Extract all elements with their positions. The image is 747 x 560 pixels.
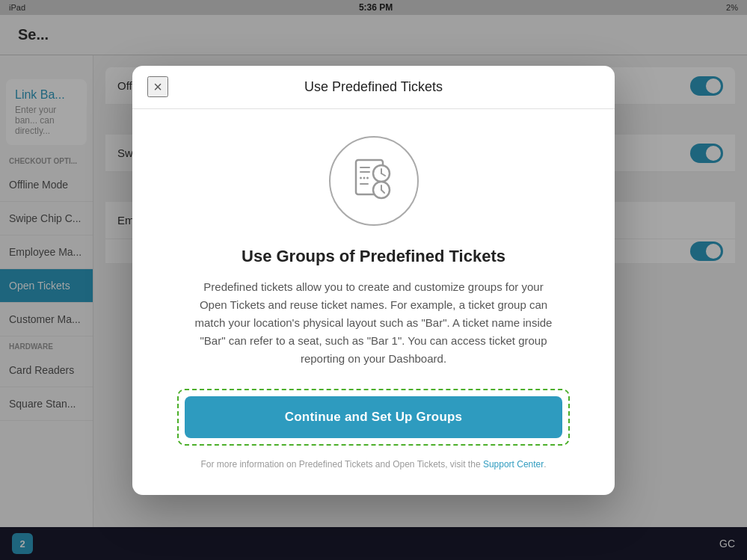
footer-note-text: For more information on Predefined Ticke… <box>200 459 483 470</box>
modal-title: Use Predefined Tickets <box>304 79 443 95</box>
support-center-link[interactable]: Support Center <box>483 459 544 470</box>
ticket-icon <box>348 156 399 206</box>
svg-point-5 <box>366 176 369 179</box>
modal-header: × Use Predefined Tickets <box>132 66 615 109</box>
modal-heading: Use Groups of Predefined Tickets <box>242 247 505 266</box>
modal-close-button[interactable]: × <box>147 76 168 97</box>
modal-description: Predefined tickets allow you to create a… <box>191 278 557 368</box>
ticket-icon-container <box>329 136 419 226</box>
svg-point-4 <box>363 176 365 179</box>
modal-body: Use Groups of Predefined Tickets Predefi… <box>132 109 615 495</box>
continue-setup-groups-button[interactable]: Continue and Set Up Groups <box>185 396 562 438</box>
modal-footer-note: For more information on Predefined Ticke… <box>200 458 546 471</box>
svg-point-3 <box>360 176 362 179</box>
modal-overlay[interactable]: × Use Predefined Tickets <box>0 0 747 560</box>
modal: × Use Predefined Tickets <box>132 66 615 495</box>
footer-note-end: . <box>544 459 546 470</box>
cta-wrapper: Continue and Set Up Groups <box>177 389 570 446</box>
